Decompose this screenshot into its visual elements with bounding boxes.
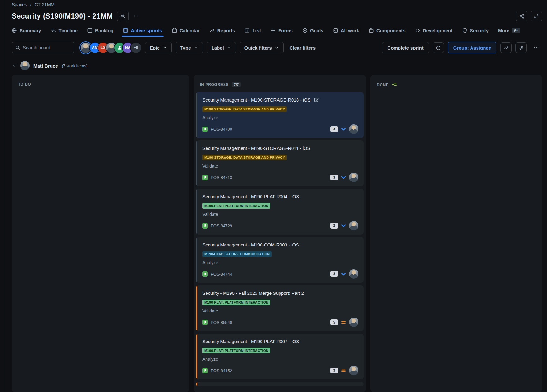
tab-security[interactable]: Security xyxy=(462,28,489,34)
team-members-button[interactable] xyxy=(117,11,129,21)
toolbar-more-button[interactable] xyxy=(531,42,542,53)
filter-label: Epic xyxy=(150,45,160,50)
tab-label: Components xyxy=(376,28,406,33)
story-type-icon xyxy=(202,175,208,180)
estimate-badge: 3 xyxy=(330,271,338,277)
priority-low-icon xyxy=(341,175,346,180)
assignee-filter-avatars: AM LS NA +9 xyxy=(81,43,141,53)
column-title: DONE xyxy=(377,83,388,87)
card[interactable]: Security Management - M190-PLAT-R007 - i… xyxy=(196,334,364,379)
tab-goals[interactable]: Goals xyxy=(302,28,323,34)
card[interactable]: Security - M190 - Fall 2025 Merge Suppor… xyxy=(196,285,364,331)
swimlane-header[interactable]: Matt Bruce (7 work items) xyxy=(12,61,542,71)
card-key: POS-85540 xyxy=(211,320,232,325)
fullscreen-button[interactable] xyxy=(531,11,542,21)
tab-forms[interactable]: Forms xyxy=(270,28,293,34)
label-chip: M190-STORAGE: DATA STORAGE AND PRIVACY xyxy=(202,106,287,112)
assignee-avatar xyxy=(349,318,358,327)
forms-icon xyxy=(270,28,276,33)
calendar-icon xyxy=(172,28,177,33)
board-settings-button[interactable] xyxy=(515,42,527,53)
tab-label: Backlog xyxy=(95,28,113,33)
avatar-overflow[interactable]: +9 xyxy=(131,43,141,53)
filter-label: Quick filters xyxy=(244,45,272,50)
board: TO DO IN PROGRESS 7/7 Security Managemen… xyxy=(12,75,542,392)
priority-medium-icon xyxy=(341,368,346,373)
backlog-icon xyxy=(87,28,93,33)
search-icon xyxy=(15,45,20,50)
chevron-down-icon[interactable] xyxy=(12,63,16,68)
card-status: Analyze xyxy=(202,357,358,362)
story-type-icon xyxy=(202,271,208,277)
all-work-icon xyxy=(333,28,338,33)
group-by-button[interactable]: Group: Assignee xyxy=(448,42,496,53)
card[interactable]: Security Management - M190-COM-R003 - iO… xyxy=(196,237,364,283)
card-status: Validate xyxy=(202,308,358,313)
tab-reports[interactable]: Reports xyxy=(209,28,235,34)
swimlane-name: Matt Bruce xyxy=(33,63,58,68)
type-filter-dropdown[interactable]: Type xyxy=(176,42,203,53)
tab-label: Active sprints xyxy=(131,28,162,33)
breadcrumb-spaces[interactable]: Spaces xyxy=(12,2,27,7)
refresh-button[interactable] xyxy=(433,42,444,53)
tab-development[interactable]: Development xyxy=(415,28,453,34)
tab-more[interactable]: More9+ xyxy=(498,28,520,34)
search-box[interactable] xyxy=(12,42,74,53)
tab-label: Summary xyxy=(20,28,41,33)
swimlane-avatar xyxy=(20,61,30,70)
card-status: Analyze xyxy=(202,260,358,265)
tab-timeline[interactable]: Timeline xyxy=(51,28,78,34)
board-page: Spaces / CT 21MM Security (S190/M190) - … xyxy=(3,0,547,392)
story-type-icon xyxy=(202,223,208,229)
chevron-down-icon xyxy=(194,45,198,50)
card-title: Security Management - M190-COM-R003 - iO… xyxy=(202,242,299,248)
card[interactable]: Security Management - M190-STORAGE-R011 … xyxy=(196,140,364,186)
tab-list[interactable]: List xyxy=(244,28,261,34)
card-status: Analyze xyxy=(202,115,358,120)
tab-backlog[interactable]: Backlog xyxy=(87,28,113,34)
tab-label: Development xyxy=(423,28,453,33)
goals-icon xyxy=(302,28,308,33)
search-input[interactable] xyxy=(23,45,67,50)
estimate-badge: 3 xyxy=(330,223,338,229)
card-list: Security Management - M190-STORAGE-R018 … xyxy=(194,90,366,389)
card-key: POS-84713 xyxy=(211,175,232,180)
story-type-icon xyxy=(202,127,208,132)
tab-calendar[interactable]: Calendar xyxy=(172,28,200,34)
sidebar-divider[interactable] xyxy=(3,0,3,392)
chevron-down-icon xyxy=(163,45,167,50)
filter-label: Label xyxy=(212,45,224,50)
tab-components[interactable]: Components xyxy=(369,28,406,34)
story-type-icon xyxy=(202,368,208,373)
components-icon xyxy=(369,28,374,33)
tab-label: Security xyxy=(470,28,489,33)
label-filter-dropdown[interactable]: Label xyxy=(207,42,236,53)
tab-label: Calendar xyxy=(180,28,200,33)
clear-filters-button[interactable]: Clear filters xyxy=(287,45,317,50)
tab-active-sprints[interactable]: Active sprints xyxy=(123,28,162,34)
complete-sprint-button[interactable]: Complete sprint xyxy=(382,42,429,53)
card[interactable] xyxy=(196,382,364,386)
epic-filter-dropdown[interactable]: Epic xyxy=(145,42,172,53)
swimlane-count: (7 work items) xyxy=(62,63,88,68)
edit-summary-button[interactable] xyxy=(314,97,319,103)
view-tabs: Summary Timeline Backlog Active sprints … xyxy=(12,27,542,35)
breadcrumb-project[interactable]: CT 21MM xyxy=(34,2,54,7)
insights-button[interactable] xyxy=(500,42,512,53)
share-button[interactable] xyxy=(516,11,527,21)
assignee-avatar xyxy=(349,221,358,230)
priority-low-icon xyxy=(341,127,346,132)
card[interactable]: Security Management - M190-STORAGE-R018 … xyxy=(196,92,364,138)
column-in-progress: IN PROGRESS 7/7 Security Management - M1… xyxy=(194,75,366,392)
title-more-button[interactable] xyxy=(130,11,142,21)
quick-filters-dropdown[interactable]: Quick filters xyxy=(240,42,284,53)
card[interactable]: Security Management - M190-PLAT-R004 - i… xyxy=(196,189,364,235)
tab-all-work[interactable]: All work xyxy=(333,28,359,34)
shield-icon xyxy=(462,28,467,33)
person-icon xyxy=(117,45,123,50)
board-toolbar: AM LS NA +9 Epic Type Label Quick filter… xyxy=(12,42,542,54)
timeline-icon xyxy=(51,28,56,33)
tab-summary[interactable]: Summary xyxy=(12,28,41,34)
more-horizontal-icon xyxy=(533,45,539,50)
priority-medium-icon xyxy=(341,320,346,325)
